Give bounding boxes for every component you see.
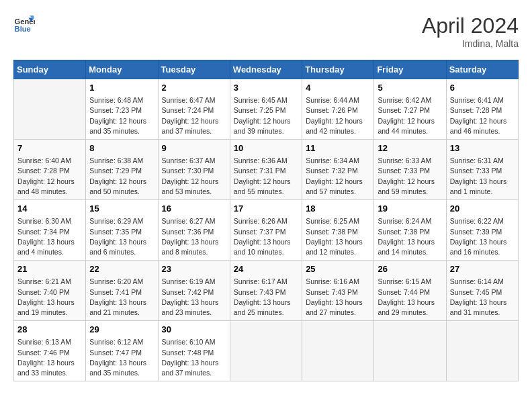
day-number: 8 (89, 142, 154, 154)
calendar-cell: 2Sunrise: 6:47 AMSunset: 7:24 PMDaylight… (158, 79, 230, 140)
calendar-cell (14, 79, 86, 140)
day-info: Sunrise: 6:22 AMSunset: 7:39 PMDaylight:… (450, 216, 515, 257)
calendar-cell: 13Sunrise: 6:31 AMSunset: 7:33 PMDayligh… (446, 140, 518, 200)
day-info: Sunrise: 6:45 AMSunset: 7:25 PMDaylight:… (234, 95, 298, 136)
day-info: Sunrise: 6:38 AMSunset: 7:29 PMDaylight:… (89, 156, 154, 197)
page-header: General Blue April 2024 Imdina, Malta (13, 13, 519, 49)
weekday-header-cell: Thursday (302, 60, 374, 79)
calendar-cell: 24Sunrise: 6:17 AMSunset: 7:43 PMDayligh… (230, 261, 302, 321)
day-info: Sunrise: 6:24 AMSunset: 7:38 PMDaylight:… (378, 216, 442, 257)
day-info: Sunrise: 6:33 AMSunset: 7:33 PMDaylight:… (378, 156, 442, 197)
day-number: 25 (306, 263, 370, 275)
calendar-cell: 28Sunrise: 6:13 AMSunset: 7:46 PMDayligh… (14, 321, 86, 381)
svg-text:Blue: Blue (15, 25, 31, 33)
day-number: 12 (378, 142, 442, 154)
day-number: 23 (162, 263, 226, 275)
day-number: 29 (89, 324, 154, 336)
day-info: Sunrise: 6:36 AMSunset: 7:31 PMDaylight:… (234, 156, 298, 197)
day-number: 27 (450, 263, 515, 275)
day-info: Sunrise: 6:30 AMSunset: 7:34 PMDaylight:… (17, 216, 82, 257)
day-info: Sunrise: 6:13 AMSunset: 7:46 PMDaylight:… (17, 337, 82, 378)
day-number: 28 (17, 324, 82, 336)
day-info: Sunrise: 6:48 AMSunset: 7:23 PMDaylight:… (89, 95, 154, 136)
day-number: 18 (306, 203, 370, 215)
day-info: Sunrise: 6:34 AMSunset: 7:32 PMDaylight:… (306, 156, 370, 197)
calendar-cell (302, 321, 374, 381)
calendar-cell: 1Sunrise: 6:48 AMSunset: 7:23 PMDaylight… (86, 79, 158, 140)
weekday-header-cell: Sunday (14, 60, 86, 79)
calendar-cell: 20Sunrise: 6:22 AMSunset: 7:39 PMDayligh… (446, 200, 518, 261)
calendar-cell: 12Sunrise: 6:33 AMSunset: 7:33 PMDayligh… (374, 140, 446, 200)
day-info: Sunrise: 6:10 AMSunset: 7:48 PMDaylight:… (162, 337, 226, 378)
calendar-cell: 3Sunrise: 6:45 AMSunset: 7:25 PMDaylight… (230, 79, 302, 140)
calendar-cell: 18Sunrise: 6:25 AMSunset: 7:38 PMDayligh… (302, 200, 374, 261)
day-number: 30 (162, 324, 226, 336)
calendar-week-row: 14Sunrise: 6:30 AMSunset: 7:34 PMDayligh… (14, 200, 519, 261)
calendar-cell: 29Sunrise: 6:12 AMSunset: 7:47 PMDayligh… (86, 321, 158, 381)
day-info: Sunrise: 6:41 AMSunset: 7:28 PMDaylight:… (450, 95, 515, 136)
calendar-week-row: 7Sunrise: 6:40 AMSunset: 7:28 PMDaylight… (14, 140, 519, 200)
day-number: 6 (450, 82, 515, 94)
day-info: Sunrise: 6:26 AMSunset: 7:37 PMDaylight:… (234, 216, 298, 257)
logo-icon: General Blue (13, 13, 35, 35)
day-info: Sunrise: 6:20 AMSunset: 7:41 PMDaylight:… (89, 277, 154, 318)
calendar-cell: 4Sunrise: 6:44 AMSunset: 7:26 PMDaylight… (302, 79, 374, 140)
calendar-cell: 7Sunrise: 6:40 AMSunset: 7:28 PMDaylight… (14, 140, 86, 200)
day-info: Sunrise: 6:14 AMSunset: 7:45 PMDaylight:… (450, 277, 515, 318)
day-number: 4 (306, 82, 370, 94)
day-number: 5 (378, 82, 442, 94)
calendar-cell (446, 321, 518, 381)
weekday-header-cell: Tuesday (158, 60, 230, 79)
day-info: Sunrise: 6:42 AMSunset: 7:27 PMDaylight:… (378, 95, 442, 136)
day-number: 9 (162, 142, 226, 154)
weekday-header-cell: Wednesday (230, 60, 302, 79)
day-info: Sunrise: 6:27 AMSunset: 7:36 PMDaylight:… (162, 216, 226, 257)
calendar-cell: 25Sunrise: 6:16 AMSunset: 7:43 PMDayligh… (302, 261, 374, 321)
day-number: 24 (234, 263, 298, 275)
day-info: Sunrise: 6:17 AMSunset: 7:43 PMDaylight:… (234, 277, 298, 318)
day-info: Sunrise: 6:31 AMSunset: 7:33 PMDaylight:… (450, 156, 515, 197)
calendar-cell: 19Sunrise: 6:24 AMSunset: 7:38 PMDayligh… (374, 200, 446, 261)
day-number: 16 (162, 203, 226, 215)
calendar-cell (374, 321, 446, 381)
day-number: 1 (89, 82, 154, 94)
day-number: 17 (234, 203, 298, 215)
day-info: Sunrise: 6:44 AMSunset: 7:26 PMDaylight:… (306, 95, 370, 136)
weekday-header-cell: Friday (374, 60, 446, 79)
day-info: Sunrise: 6:29 AMSunset: 7:35 PMDaylight:… (89, 216, 154, 257)
calendar-cell: 17Sunrise: 6:26 AMSunset: 7:37 PMDayligh… (230, 200, 302, 261)
calendar-cell: 23Sunrise: 6:19 AMSunset: 7:42 PMDayligh… (158, 261, 230, 321)
title-block: April 2024 Imdina, Malta (422, 13, 519, 49)
day-number: 20 (450, 203, 515, 215)
day-number: 3 (234, 82, 298, 94)
day-number: 2 (162, 82, 226, 94)
day-number: 15 (89, 203, 154, 215)
calendar-cell: 11Sunrise: 6:34 AMSunset: 7:32 PMDayligh… (302, 140, 374, 200)
day-number: 26 (378, 263, 442, 275)
location-subtitle: Imdina, Malta (422, 38, 519, 49)
day-info: Sunrise: 6:40 AMSunset: 7:28 PMDaylight:… (17, 156, 82, 197)
day-info: Sunrise: 6:37 AMSunset: 7:30 PMDaylight:… (162, 156, 226, 197)
day-number: 10 (234, 142, 298, 154)
day-info: Sunrise: 6:21 AMSunset: 7:40 PMDaylight:… (17, 277, 82, 318)
calendar-body: 1Sunrise: 6:48 AMSunset: 7:23 PMDaylight… (14, 79, 519, 381)
calendar-cell (230, 321, 302, 381)
day-info: Sunrise: 6:25 AMSunset: 7:38 PMDaylight:… (306, 216, 370, 257)
calendar-cell: 22Sunrise: 6:20 AMSunset: 7:41 PMDayligh… (86, 261, 158, 321)
calendar-cell: 6Sunrise: 6:41 AMSunset: 7:28 PMDaylight… (446, 79, 518, 140)
calendar-week-row: 28Sunrise: 6:13 AMSunset: 7:46 PMDayligh… (14, 321, 519, 381)
day-info: Sunrise: 6:16 AMSunset: 7:43 PMDaylight:… (306, 277, 370, 318)
month-title: April 2024 (422, 13, 519, 38)
day-info: Sunrise: 6:12 AMSunset: 7:47 PMDaylight:… (89, 337, 154, 378)
calendar-cell: 8Sunrise: 6:38 AMSunset: 7:29 PMDaylight… (86, 140, 158, 200)
day-number: 7 (17, 142, 82, 154)
calendar-cell: 16Sunrise: 6:27 AMSunset: 7:36 PMDayligh… (158, 200, 230, 261)
day-info: Sunrise: 6:15 AMSunset: 7:44 PMDaylight:… (378, 277, 442, 318)
calendar-cell: 26Sunrise: 6:15 AMSunset: 7:44 PMDayligh… (374, 261, 446, 321)
calendar-cell: 21Sunrise: 6:21 AMSunset: 7:40 PMDayligh… (14, 261, 86, 321)
day-number: 13 (450, 142, 515, 154)
weekday-header-cell: Monday (86, 60, 158, 79)
logo: General Blue (13, 13, 35, 35)
calendar-cell: 30Sunrise: 6:10 AMSunset: 7:48 PMDayligh… (158, 321, 230, 381)
calendar-cell: 5Sunrise: 6:42 AMSunset: 7:27 PMDaylight… (374, 79, 446, 140)
